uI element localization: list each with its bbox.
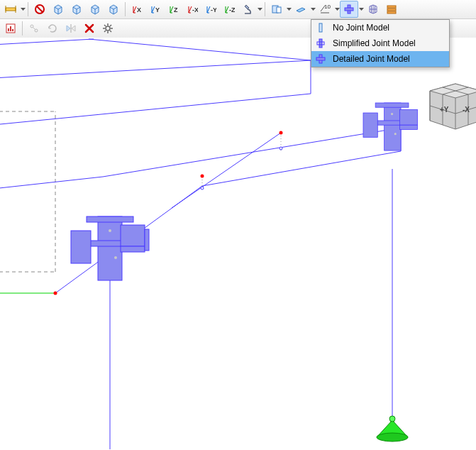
stack-icon[interactable]: [382, 1, 401, 18]
axis-neg-y[interactable]: -Y: [201, 1, 220, 18]
separator: [28, 2, 28, 16]
svg-rect-70: [121, 225, 145, 246]
svg-point-25: [35, 29, 38, 32]
svg-rect-23: [12, 29, 13, 31]
delete-x-icon[interactable]: [80, 20, 99, 37]
joint-model-menu: No Joint ModelSimplified Joint ModelDeta…: [311, 19, 450, 67]
svg-rect-78: [363, 113, 377, 137]
svg-text:-Y: -Y: [211, 6, 216, 13]
svg-text:-Z: -Z: [229, 6, 235, 13]
dropdown-caret[interactable]: [334, 1, 340, 17]
joint-detailed-1: [71, 216, 149, 280]
boundary-icon[interactable]: [267, 1, 286, 18]
axis-cube: +Y -X: [430, 84, 476, 129]
separator: [265, 2, 265, 16]
axis-y[interactable]: Y: [146, 1, 165, 18]
dropdown-caret[interactable]: [358, 1, 364, 17]
svg-line-47: [0, 94, 311, 125]
joint-model-icon[interactable]: [340, 1, 358, 18]
box-iso-icon[interactable]: [104, 1, 123, 18]
dropdown-caret[interactable]: [310, 1, 316, 17]
link-icon: [25, 20, 43, 37]
svg-rect-22: [10, 26, 11, 31]
svg-text:Z: Z: [174, 6, 178, 13]
svg-rect-79: [399, 109, 417, 125]
svg-text:X: X: [137, 6, 141, 13]
svg-line-51: [89, 39, 311, 60]
joint-simple-icon: [314, 37, 327, 50]
svg-rect-36: [319, 23, 322, 32]
svg-line-33: [110, 31, 111, 32]
separator: [22, 21, 23, 35]
box-top-icon[interactable]: [67, 1, 86, 18]
svg-point-73: [109, 229, 111, 232]
dropdown-caret[interactable]: [257, 1, 262, 17]
symbol-alpha-icon[interactable]: [31, 1, 49, 18]
dropdown-caret[interactable]: [20, 1, 26, 17]
axis-z[interactable]: Z: [165, 1, 183, 18]
menu-item-detailed-joint-model[interactable]: Detailed Joint Model: [311, 51, 449, 67]
svg-line-53: [202, 151, 401, 186]
chart-icon[interactable]: [1, 20, 20, 37]
axis-x[interactable]: X: [128, 1, 146, 18]
svg-rect-19: [387, 11, 396, 13]
refresh-icon: [43, 20, 62, 37]
svg-point-24: [31, 25, 33, 28]
svg-point-62: [279, 131, 283, 135]
grid3d-icon[interactable]: [364, 1, 382, 18]
svg-rect-16: [345, 8, 353, 11]
menu-item-label: Detailed Joint Model: [333, 54, 410, 64]
svg-line-35: [104, 31, 106, 32]
svg-rect-37: [319, 39, 322, 48]
joint-none-icon: [314, 21, 327, 34]
svg-rect-67: [87, 216, 133, 222]
microscope-icon[interactable]: [238, 1, 257, 18]
box-front-icon[interactable]: [49, 1, 67, 18]
svg-rect-11: [277, 7, 281, 13]
span-tool-icon[interactable]: [1, 1, 20, 18]
svg-line-34: [110, 25, 111, 26]
axis-neg-x[interactable]: -X: [183, 1, 201, 18]
menu-item-label: Simplified Joint Model: [333, 38, 416, 48]
menu-item-simplified-joint-model[interactable]: Simplified Joint Model: [311, 35, 449, 51]
svg-text:-X: -X: [192, 6, 198, 13]
box-side-icon[interactable]: [86, 1, 104, 18]
svg-rect-17: [387, 6, 396, 8]
svg-point-84: [377, 433, 408, 441]
axis-cube-label-y: +Y: [440, 106, 449, 114]
svg-point-82: [394, 133, 397, 135]
svg-rect-71: [121, 246, 145, 252]
axis-neg-z[interactable]: -Z: [220, 1, 238, 18]
gear-icon[interactable]: [99, 20, 117, 37]
plane-icon[interactable]: [292, 1, 310, 18]
support-cone: [377, 416, 408, 441]
svg-point-61: [201, 175, 204, 178]
svg-rect-75: [384, 103, 401, 150]
svg-text:10: 10: [324, 4, 331, 10]
menu-item-no-joint-model[interactable]: No Joint Model: [311, 20, 449, 35]
svg-line-46: [0, 60, 311, 78]
svg-line-32: [104, 25, 106, 26]
svg-point-81: [391, 113, 393, 115]
joint-detailed-2: [363, 103, 417, 150]
svg-point-65: [279, 147, 282, 150]
svg-line-48: [0, 177, 103, 189]
svg-line-54: [172, 133, 281, 208]
svg-rect-76: [375, 103, 409, 107]
dropdown-caret[interactable]: [286, 1, 292, 17]
viewport-3d[interactable]: +Y -X: [0, 38, 476, 450]
svg-rect-40: [316, 57, 325, 60]
svg-line-26: [33, 28, 35, 30]
axis-cube-label-x: -X: [463, 106, 470, 114]
svg-point-85: [389, 416, 395, 422]
separator: [125, 2, 126, 16]
svg-rect-66: [98, 216, 122, 280]
svg-point-27: [106, 26, 110, 31]
svg-line-49: [103, 128, 401, 177]
svg-rect-21: [8, 28, 9, 31]
svg-rect-72: [145, 229, 149, 251]
mirror-icon: [62, 20, 80, 37]
svg-point-74: [114, 256, 117, 259]
offset-10[interactable]: 10: [316, 1, 334, 18]
toolbar-main: XYZ-X-Y-Z10: [0, 0, 476, 19]
